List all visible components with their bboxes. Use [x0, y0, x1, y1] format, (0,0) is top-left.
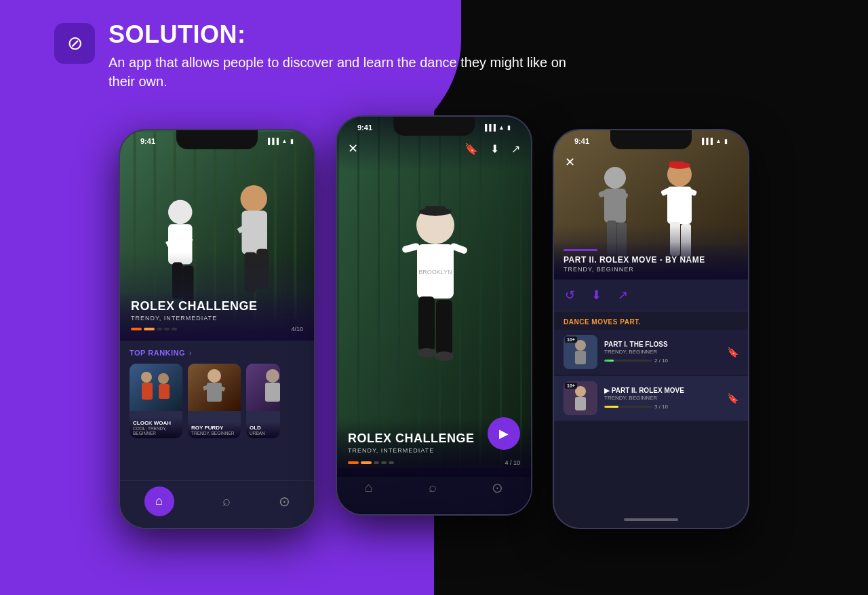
phone1-dance-info: ROLEX CHALLENGE TRENDY, INTERMEDIATE 4/1…	[120, 291, 314, 341]
ranking-arrow: ›	[189, 349, 191, 357]
part-1-info: PART I. THE FLOSS TRENDY, BEGINNER 2 / 1…	[604, 341, 720, 364]
part-2-info: ▶ PART II. ROLEX MOVE TRENDY, BEGINNER 3…	[604, 387, 720, 410]
nav-profile[interactable]: ⊙	[279, 493, 290, 510]
card-3-overlay: OLD URBAN	[246, 422, 280, 438]
svg-rect-25	[142, 383, 153, 400]
svg-point-26	[158, 373, 169, 384]
wifi-icon-2: ▲	[498, 124, 505, 131]
wifi-icon: ▲	[281, 138, 288, 145]
nav-profile-2[interactable]: ⊙	[492, 480, 503, 496]
phone2-top-controls: ✕ 🔖 ⬇ ↗	[348, 141, 520, 156]
phone1-status-bar: 9:41 ▐▐▐ ▲ ▮	[134, 137, 300, 145]
bookmark-part-1[interactable]: 🔖	[727, 347, 738, 358]
logo-box: ⊘	[54, 23, 95, 64]
phones-container: 9:41 ▐▐▐ ▲ ▮	[37, 129, 831, 529]
section-label: DANCE MOVES PART.	[554, 311, 748, 330]
part-1-progress-label: 2 / 10	[654, 358, 668, 364]
svg-point-61	[604, 167, 626, 189]
signal-icon-3: ▐▐▐	[700, 138, 713, 145]
svg-rect-78	[575, 351, 586, 364]
solution-title: SOLUTION:	[108, 20, 583, 49]
nav-home-2[interactable]: ⌂	[365, 480, 373, 495]
svg-rect-17	[241, 211, 267, 254]
part-1-subtitle: TRENDY, BEGINNER	[604, 349, 720, 355]
replay-button[interactable]: ↺	[565, 288, 575, 303]
phone3-status-icons: ▐▐▐ ▲ ▮	[700, 138, 728, 145]
svg-rect-55	[436, 300, 452, 354]
rank-card-3[interactable]: OLD URBAN	[246, 364, 280, 438]
phone1-content: 9:41 ▐▐▐ ▲ ▮	[120, 130, 314, 528]
close-button-2[interactable]: ✕	[348, 141, 358, 156]
search-icon: ⌕	[222, 493, 231, 509]
ranking-header[interactable]: TOP RANKING ›	[130, 349, 304, 357]
play-button[interactable]: ▶	[488, 417, 520, 450]
svg-rect-49	[425, 206, 446, 214]
card-3-image	[246, 364, 280, 411]
phone1-hero: ROLEX CHALLENGE TRENDY, INTERMEDIATE 4/1…	[120, 130, 314, 341]
card-1-image	[130, 364, 182, 411]
svg-rect-81	[575, 397, 586, 410]
home-button[interactable]: ⌂	[144, 486, 174, 516]
svg-rect-27	[159, 384, 170, 399]
ranking-title: TOP RANKING	[130, 349, 185, 357]
part-2-progress-label: 3 / 10	[654, 404, 668, 410]
part-1-thumb: 10+	[564, 335, 597, 369]
svg-rect-35	[265, 383, 280, 402]
svg-point-24	[141, 372, 152, 383]
part-1-bar	[604, 360, 652, 362]
nav-search[interactable]: ⌕	[222, 493, 231, 509]
download-button-2[interactable]: ⬇	[490, 142, 499, 155]
svg-point-10	[168, 200, 193, 225]
hero-dance-tags: TRENDY, BEGINNER	[564, 266, 738, 273]
phone-3: 9:41 ▐▐▐ ▲ ▮	[553, 129, 749, 529]
download-button-3[interactable]: ⬇	[591, 288, 601, 303]
rank-card-1[interactable]: CLOCK WOAH COOL, TRENDY, BEGINNER	[130, 364, 182, 438]
phone3-content: 9:41 ▐▐▐ ▲ ▮	[554, 130, 748, 528]
phone3-time: 9:41	[574, 137, 589, 145]
signal-icon: ▐▐▐	[266, 138, 279, 145]
phone2-time: 9:41	[357, 123, 372, 132]
solution-description: An app that allows people to discover an…	[108, 53, 583, 91]
hero-dance-title: PART II. ROLEX MOVE - BY NAME	[564, 255, 738, 265]
accent-line	[564, 249, 597, 251]
header-text: SOLUTION: An app that allows people to d…	[108, 20, 583, 91]
bookmark-button-2[interactable]: 🔖	[465, 142, 478, 155]
part-2-badge: 10+	[565, 383, 577, 389]
rank-card-2[interactable]: ROY PURDY TRENDY, BEGINNER	[188, 364, 241, 438]
phone1-time: 9:41	[140, 137, 155, 145]
phone2-status-icons: ▐▐▐ ▲ ▮	[483, 124, 511, 131]
nav-home[interactable]: ⌂	[144, 486, 174, 516]
part-2-subtitle: TRENDY, BEGINNER	[604, 395, 720, 401]
share-button-2[interactable]: ↗	[511, 142, 520, 155]
nav-search-2[interactable]: ⌕	[429, 480, 437, 495]
part-1-title: PART I. THE FLOSS	[604, 341, 720, 348]
bookmark-part-2[interactable]: 🔖	[727, 393, 738, 404]
part-2-bar	[604, 406, 652, 408]
signal-icon-2: ▐▐▐	[483, 124, 496, 131]
phone3-dance-info: PART II. ROLEX MOVE - BY NAME TRENDY, BE…	[554, 242, 748, 280]
ranking-section: TOP RANKING ›	[120, 341, 314, 446]
phone3-actions: ↺ ⬇ ↗	[554, 280, 748, 311]
svg-point-29	[208, 369, 221, 383]
ranking-cards: CLOCK WOAH COOL, TRENDY, BEGINNER	[130, 364, 304, 438]
dance-part-1[interactable]: 10+ PART I. THE FLOSS TRENDY, BEGINNER 2…	[554, 330, 748, 375]
dance-tags-1: TRENDY, INTERMEDIATE	[131, 315, 303, 322]
svg-rect-23	[130, 364, 182, 411]
home-indicator	[624, 518, 678, 521]
dance-part-2[interactable]: 10+ ▶ PART II. ROLEX MOVE TRENDY, BEGINN…	[554, 376, 748, 421]
card-3-title: OLD	[250, 425, 277, 431]
part-1-badge: 10+	[565, 337, 577, 343]
close-button-3[interactable]: ✕	[565, 155, 575, 170]
svg-rect-69	[669, 161, 684, 167]
progress-label-2: 4 / 10	[505, 459, 520, 466]
svg-point-34	[266, 369, 279, 383]
share-button-3[interactable]: ↗	[618, 288, 628, 303]
phone-2: BROOKLYN	[336, 115, 532, 516]
phone3-status-bar: 9:41 ▐▐▐ ▲ ▮	[568, 137, 734, 145]
card-2-image	[188, 364, 241, 411]
card-1-title: CLOCK WOAH	[133, 420, 179, 426]
card-2-sub: TRENDY, BEGINNER	[191, 431, 237, 436]
phone1-status-icons: ▐▐▐ ▲ ▮	[266, 138, 294, 145]
progress-row-1: 4/10	[131, 326, 303, 332]
card-1-overlay: CLOCK WOAH COOL, TRENDY, BEGINNER	[130, 417, 182, 438]
